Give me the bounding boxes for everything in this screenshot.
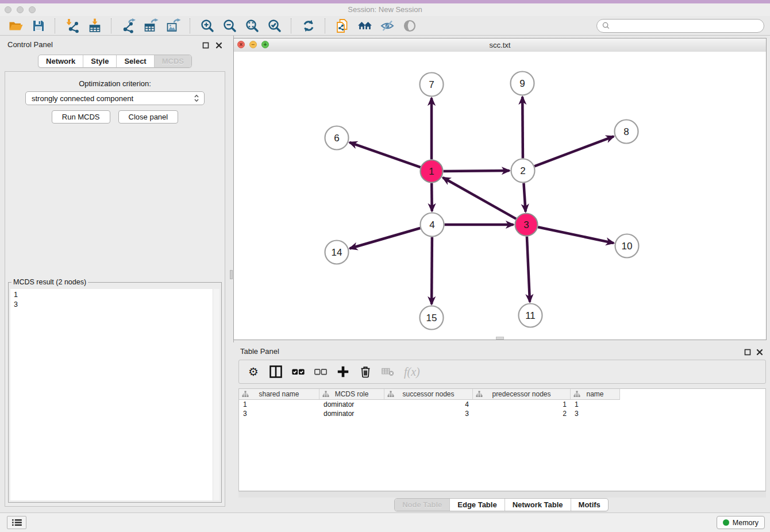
graph-edge-3-11[interactable]	[527, 237, 530, 302]
graph-node-6[interactable]: 6	[325, 126, 349, 150]
graph-edge-2-8[interactable]	[534, 136, 614, 166]
cell-predecessor-nodes[interactable]: 2	[473, 409, 571, 418]
unselect-all-icon[interactable]	[313, 364, 328, 379]
tab-node-table[interactable]: Node Table	[395, 499, 449, 511]
cell-name[interactable]: 1	[571, 400, 620, 409]
graph-node-9[interactable]: 9	[511, 72, 534, 95]
cell-mcds-role[interactable]: dominator	[319, 409, 384, 418]
column-header-name[interactable]: name	[571, 389, 620, 400]
search-input[interactable]	[613, 21, 759, 30]
graph-edge-3-10[interactable]	[538, 227, 614, 243]
save-icon[interactable]	[30, 18, 47, 34]
function-icon: f(x)	[403, 364, 421, 379]
graph-node-2[interactable]: 2	[511, 159, 535, 183]
zoom-fit-icon[interactable]	[244, 18, 260, 34]
add-column-icon[interactable]	[336, 364, 351, 379]
column-header-predecessor-nodes[interactable]: predecessor nodes	[473, 389, 571, 400]
zoom-in-icon[interactable]	[199, 18, 215, 34]
column-header-mcds-role[interactable]: MCDS role	[319, 389, 384, 400]
table-tabs: Node TableEdge TableNetwork TableMotifs	[394, 498, 609, 511]
cell-mcds-role[interactable]: dominator	[319, 400, 384, 409]
tab-network[interactable]: Network	[38, 55, 83, 67]
toolbar-icon-group	[5, 16, 421, 35]
table-scrollbar-strip[interactable]	[238, 491, 766, 498]
tab-select[interactable]: Select	[116, 55, 153, 67]
network-window: × − + scc.txt 7968124314101511	[233, 38, 767, 340]
graph-edge-1-4[interactable]	[432, 183, 432, 211]
close-panel-icon[interactable]	[215, 41, 222, 48]
graph-node-3[interactable]: 3	[515, 214, 538, 236]
cell-shared-name[interactable]: 1	[239, 400, 319, 409]
graph-edge-1-2[interactable]	[444, 171, 510, 171]
optimization-select-value: strongly connected component	[32, 94, 194, 103]
zoom-out-icon[interactable]	[221, 18, 238, 34]
graph-edge-2-9[interactable]	[522, 97, 523, 159]
cell-successor-nodes[interactable]: 3	[384, 409, 473, 418]
graph-edge-2-3[interactable]	[523, 183, 525, 212]
tab-network-table[interactable]: Network Table	[505, 499, 571, 511]
mcds-result-area[interactable]: 1 3	[10, 289, 220, 500]
table-row[interactable]: 1dominator411	[239, 400, 765, 409]
column-header-successor-nodes[interactable]: successor nodes	[384, 389, 473, 400]
tab-edge-table[interactable]: Edge Table	[449, 499, 504, 511]
optimization-select[interactable]: strongly connected component	[25, 91, 205, 105]
tab-motifs[interactable]: Motifs	[571, 499, 608, 511]
graph-node-15[interactable]: 15	[420, 306, 444, 330]
open-folder-icon[interactable]	[7, 18, 24, 34]
graph-edge-1-6[interactable]	[349, 142, 421, 167]
graph-node-10[interactable]: 10	[615, 234, 639, 258]
import-table-icon[interactable]	[86, 18, 103, 34]
show-icon[interactable]	[401, 18, 418, 34]
export-network-icon[interactable]	[120, 18, 137, 34]
cell-predecessor-nodes[interactable]: 1	[473, 400, 571, 409]
export-table-icon[interactable]	[143, 18, 159, 34]
cell-name[interactable]: 3	[571, 409, 620, 418]
copy-network-icon[interactable]	[334, 18, 351, 34]
splitter-handle[interactable]	[230, 270, 233, 279]
column-label: name	[586, 390, 603, 398]
refresh-icon[interactable]	[300, 18, 317, 34]
tab-style[interactable]: Style	[83, 55, 116, 67]
column-type-icon	[573, 391, 580, 398]
import-network-icon[interactable]	[64, 18, 80, 34]
main-titlebar[interactable]: Session: New Session	[0, 3, 770, 17]
gear-icon[interactable]: ⚙	[246, 364, 261, 379]
close-table-panel-icon[interactable]	[756, 348, 763, 354]
select-all-icon[interactable]	[291, 364, 306, 379]
network-resize-grip[interactable]	[496, 337, 504, 340]
export-image-icon[interactable]	[165, 18, 182, 34]
hide-icon[interactable]	[379, 18, 395, 34]
graph-node-7[interactable]: 7	[420, 73, 444, 97]
network-window-titlebar[interactable]: × − + scc.txt	[234, 38, 766, 52]
graph-node-1[interactable]: 1	[421, 160, 443, 183]
graph-edge-3-1[interactable]	[443, 178, 517, 219]
cell-shared-name[interactable]: 3	[239, 409, 319, 418]
float-table-panel-icon[interactable]	[744, 348, 751, 354]
graph-node-4[interactable]: 4	[421, 213, 444, 237]
graph-node-8[interactable]: 8	[615, 120, 638, 144]
network-canvas[interactable]: 7968124314101511	[234, 52, 766, 340]
columns-icon[interactable]	[268, 364, 283, 379]
run-mcds-button[interactable]: Run MCDS	[52, 110, 110, 124]
task-history-button[interactable]	[7, 516, 26, 529]
graph-node-14[interactable]: 14	[325, 241, 349, 264]
result-scrollbar[interactable]	[213, 289, 220, 500]
tab-mcds[interactable]: MCDS	[154, 55, 191, 67]
delete-column-icon[interactable]	[358, 364, 373, 379]
zoom-selected-icon[interactable]	[266, 18, 283, 34]
cell-successor-nodes[interactable]: 4	[384, 400, 473, 409]
first-neighbors-icon[interactable]	[356, 18, 373, 34]
column-header-shared-name[interactable]: shared name	[239, 389, 319, 400]
control-panel-header: Control Panel	[0, 36, 230, 53]
table-row[interactable]: 3dominator323	[239, 409, 765, 418]
graph-edge-4-15[interactable]	[432, 237, 432, 304]
graph-edge-4-14[interactable]	[350, 228, 421, 249]
node-table[interactable]: shared nameMCDS rolesuccessor nodesprede…	[238, 388, 766, 491]
svg-text:6: 6	[334, 133, 339, 144]
search-box[interactable]	[596, 19, 764, 33]
network-graph[interactable]: 7968124314101511	[234, 52, 766, 340]
memory-button[interactable]: Memory	[717, 516, 765, 529]
close-panel-button[interactable]: Close panel	[118, 110, 179, 124]
graph-node-11[interactable]: 11	[519, 304, 542, 327]
float-panel-icon[interactable]	[202, 41, 209, 48]
